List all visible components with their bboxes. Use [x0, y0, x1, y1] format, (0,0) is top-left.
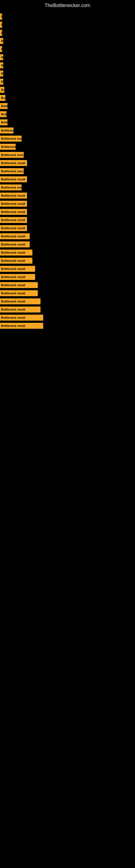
bar-row: Bottleneck resu	[0, 167, 135, 175]
bar-row: Bottleneck result	[0, 224, 135, 232]
bar-row: Bottleneck result	[0, 314, 135, 322]
bar-label: Bottleneck result	[0, 209, 27, 215]
bar-row: Bottleneck result	[0, 248, 135, 257]
bar-row: Bottleneck result	[0, 257, 135, 265]
bar-row: Bo	[0, 78, 135, 86]
bar-row: Bottleneck result	[0, 240, 135, 248]
bar-label: Bottleneck result	[0, 315, 43, 321]
bar-row: Bottleneck result	[0, 199, 135, 208]
bar-row: Bottleneck result	[0, 289, 135, 297]
bar-label: Bot	[0, 87, 4, 93]
bar-label: Bo	[0, 62, 3, 68]
bar-label: Bottleneck	[0, 144, 16, 150]
bar-label: Bottleneck resu	[0, 168, 24, 174]
bar-label: Bottleneck result	[0, 307, 41, 312]
bar-label: Bo	[0, 54, 3, 60]
bar-label: Bottleneck res	[0, 184, 21, 190]
bar-label: Bottleneck result	[0, 266, 35, 272]
bar-label: Bott	[0, 95, 5, 101]
bar-row: Bot	[0, 86, 135, 94]
bar-row: Bottleneck resu	[0, 151, 135, 159]
bar-row: B	[0, 12, 135, 21]
bar-row: Bottleneck result	[0, 175, 135, 183]
bar-label: Bottleneck resu	[0, 152, 24, 158]
bar-label: Bottleneck result	[0, 282, 38, 288]
bar-label: B	[0, 46, 2, 52]
bar-row: Bottleneck	[0, 143, 135, 151]
bar-row: Bottleneck result	[0, 273, 135, 281]
bar-label: Bottleneck result	[0, 193, 27, 198]
bar-row: Bottleneck result	[0, 191, 135, 199]
bar-row: B	[0, 29, 135, 37]
bar-label: Bottleneck result	[0, 201, 27, 207]
bar-label: Bottleneck result	[0, 258, 32, 264]
bar-row: Bottleneck result	[0, 305, 135, 314]
bar-label: Bottleneck result	[0, 217, 27, 223]
bar-row: Bottleneck result	[0, 322, 135, 330]
bar-label: B	[0, 13, 2, 20]
bar-row: Bo	[0, 69, 135, 78]
bar-label: B	[0, 22, 2, 28]
bar-label: Bottleneck result	[0, 241, 30, 247]
bar-row: Bottleneck result	[0, 232, 135, 240]
bar-label: Bottleneck result	[0, 233, 30, 239]
bar-row: Bottleneck result	[0, 208, 135, 216]
bar-row: Bottl	[0, 110, 135, 118]
bar-label: Bottleneck res	[0, 135, 21, 142]
bar-label: Bottleneck result	[0, 160, 27, 166]
bars-wrapper: BBBBoBBoBoBoBoBotBottBottleBottlBottleBo…	[0, 10, 135, 330]
bar-row: Bottle	[0, 102, 135, 110]
bar-label: Bottlenec	[0, 127, 13, 133]
site-title: TheBottlenecker.com	[0, 0, 135, 10]
bar-label: Bottle	[0, 119, 8, 125]
bar-row: Bo	[0, 61, 135, 69]
bar-label: B	[0, 30, 2, 36]
bar-label: Bottleneck result	[0, 250, 32, 255]
bar-row: Bo	[0, 37, 135, 45]
bar-label: Bottleneck result	[0, 225, 27, 231]
bar-label: Bo	[0, 79, 3, 85]
bar-row: Bottlenec	[0, 126, 135, 134]
bar-row: Bottleneck result	[0, 265, 135, 273]
bar-label: Bottleneck result	[0, 323, 43, 329]
bar-label: Bo	[0, 70, 3, 76]
bar-row: Bottleneck result	[0, 297, 135, 305]
bar-row: B	[0, 21, 135, 29]
bar-row: Bottleneck result	[0, 281, 135, 289]
bar-row: Bottleneck res	[0, 134, 135, 143]
bar-label: Bottle	[0, 103, 8, 109]
bar-label: Bo	[0, 38, 3, 44]
bar-label: Bottleneck result	[0, 299, 41, 304]
bar-label: Bottleneck result	[0, 290, 38, 296]
bar-row: Bottleneck res	[0, 183, 135, 191]
bar-row: Bottle	[0, 118, 135, 126]
bar-label: Bottleneck result	[0, 274, 35, 280]
bar-row: Bottleneck result	[0, 216, 135, 224]
bar-label: Bottleneck result	[0, 176, 27, 182]
bar-row: Bott	[0, 94, 135, 102]
bar-row: Bo	[0, 53, 135, 61]
bar-row: Bottleneck result	[0, 159, 135, 167]
bar-row: B	[0, 45, 135, 53]
bar-label: Bottl	[0, 111, 6, 117]
